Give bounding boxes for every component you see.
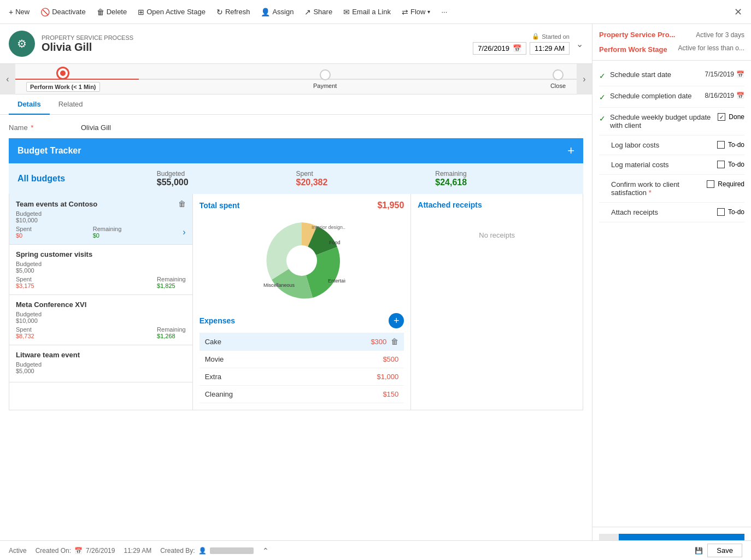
flow-button[interactable]: ⇄ Flow ▾	[397, 5, 435, 19]
status-chevron-up-button[interactable]: ⌃	[262, 546, 269, 555]
right-stage-title[interactable]: Perform Work Stage	[599, 45, 667, 54]
budget-list-item-2[interactable]: Meta Conference XVI Budgeted $10,000 Spe…	[9, 295, 192, 345]
checklist-item-4: Log material costs To-do	[599, 155, 744, 175]
tab-details[interactable]: Details	[9, 95, 50, 115]
record-name: Olivia Gill	[42, 41, 466, 54]
checklist-item-6: Attach receipts To-do	[599, 203, 744, 222]
checklist: ✓ Schedule start date 7/15/2019 📅 ✓ Sche…	[592, 61, 751, 227]
check-icon-0: ✓	[599, 72, 606, 80]
stage-item-1[interactable]: Payment	[313, 69, 337, 89]
close-button[interactable]: ✕	[730, 4, 747, 20]
summary-budgeted: Budgeted $55,000	[157, 170, 296, 187]
created-by-blur	[210, 547, 254, 554]
budget-add-button[interactable]: +	[567, 145, 574, 157]
checklist-item-3: Log labor costs To-do	[599, 135, 744, 155]
budget-detail: Total spent $1,950	[193, 194, 411, 410]
right-panel-title[interactable]: Property Service Pro...	[599, 31, 675, 39]
svg-text:Food: Food	[329, 240, 341, 245]
stage-prev-button[interactable]: ‹	[0, 64, 15, 95]
stage-circle-1	[320, 69, 331, 80]
checklist-status-5: Required	[707, 180, 744, 188]
name-field-row: Name * Olivia Gill	[9, 123, 583, 132]
status-created-on-time: 11:29 AM	[124, 547, 151, 555]
calendar-icon-status: 📅	[74, 547, 83, 555]
expense-row-0[interactable]: Cake $300 🗑	[200, 333, 404, 351]
receipts-label: Attached receipts	[418, 201, 576, 209]
started-date-field[interactable]: 7/26/2019 📅	[473, 42, 526, 55]
checklist-item-1: ✓ Schedule completion date 8/16/2019 📅	[599, 86, 744, 108]
delete-button[interactable]: 🗑 Delete	[92, 5, 132, 19]
checklist-date-1[interactable]: 8/16/2019 📅	[705, 92, 744, 99]
checklist-status-6: To-do	[717, 208, 744, 216]
assign-button[interactable]: 👤 Assign	[256, 5, 298, 19]
receipts-panel: Attached receipts No receipts	[410, 194, 583, 410]
started-time-field[interactable]: 11:29 AM	[530, 42, 570, 55]
stage-label-2: Close	[550, 82, 566, 89]
check-icon-1: ✓	[599, 93, 606, 102]
checklist-item-0: ✓ Schedule start date 7/15/2019 📅	[599, 65, 744, 86]
summary-spent: Spent $20,382	[296, 170, 436, 187]
name-required: *	[31, 123, 33, 132]
budget-item-budgeted-0: Budgeted $10,000	[16, 210, 186, 223]
checkbox-5[interactable]	[707, 180, 714, 188]
required-star-5: *	[649, 188, 652, 197]
checkbox-6[interactable]	[717, 208, 725, 216]
checklist-status-3: To-do	[717, 141, 744, 149]
expense-delete-0[interactable]: 🗑	[391, 337, 398, 346]
tab-related[interactable]: Related	[50, 95, 92, 115]
save-button[interactable]: Save	[707, 544, 742, 557]
refresh-button[interactable]: ↻ Refresh	[212, 5, 255, 19]
calendar-icon: 📅	[513, 44, 521, 52]
checklist-item-2: ✓ Schedule weekly budget update with cli…	[599, 108, 744, 135]
all-budgets-label: All budgets	[17, 174, 157, 184]
checklist-item-5: Confirm work to client satisfaction * Re…	[599, 175, 744, 203]
deactivate-button[interactable]: 🚫 Deactivate	[36, 5, 90, 19]
stage-item-0[interactable]: Perform Work (< 1 Min)	[26, 67, 100, 92]
budget-item-remaining-2: Remaining $1,268	[157, 326, 186, 339]
checklist-date-0[interactable]: 7/15/2019 📅	[705, 70, 744, 78]
stage-bar: ‹ Perform Work (< 1 Min) Payment	[0, 64, 592, 95]
checkbox-2[interactable]: ✓	[718, 113, 725, 121]
right-panel: Property Service Pro... Active for 3 day…	[592, 24, 751, 560]
budget-list-item-3[interactable]: Litware team event Budgeted $5,000	[9, 345, 192, 382]
checkbox-4[interactable]	[717, 161, 725, 168]
budget-summary: All budgets Budgeted $55,000 Spent $20,3…	[9, 163, 583, 194]
open-active-stage-button[interactable]: ⊞ Open Active Stage	[133, 5, 210, 19]
share-button[interactable]: ↗ Share	[300, 5, 337, 19]
expense-row-1[interactable]: Movie $500	[200, 351, 404, 368]
stage-label-1: Payment	[313, 82, 337, 89]
budget-item-delete-0[interactable]: 🗑	[178, 199, 186, 208]
tabs: Details Related	[0, 95, 592, 115]
form-area: Name * Olivia Gill Budget Tracker + All …	[0, 115, 592, 419]
svg-point-0	[286, 245, 317, 276]
budget-header: Budget Tracker +	[9, 138, 583, 163]
more-button[interactable]: ···	[437, 5, 451, 18]
expense-add-button[interactable]: +	[389, 313, 404, 328]
new-button[interactable]: + New	[4, 5, 34, 19]
record-info: PROPERTY SERVICE PROCESS Olivia Gill	[42, 34, 466, 54]
process-label: PROPERTY SERVICE PROCESS	[42, 34, 466, 41]
stages-wrapper: Perform Work (< 1 Min) Payment Close	[15, 64, 577, 95]
flow-icon: ⇄	[402, 8, 408, 16]
stage-item-2[interactable]: Close	[550, 69, 566, 89]
checkbox-3[interactable]	[717, 141, 725, 149]
summary-remaining: Remaining $24,618	[435, 170, 574, 187]
left-panel: ⚙ PROPERTY SERVICE PROCESS Olivia Gill 🔒…	[0, 24, 592, 560]
email-icon: ✉	[343, 8, 350, 16]
stage-circle-0	[56, 67, 69, 80]
stage-circle-2	[553, 69, 564, 80]
main-layout: ⚙ PROPERTY SERVICE PROCESS Olivia Gill 🔒…	[0, 24, 751, 560]
budget-item-nav-0[interactable]: ›	[183, 227, 185, 237]
header-chevron-icon[interactable]: ⌄	[576, 39, 583, 49]
stages-container: Perform Work (< 1 Min) Payment Close	[15, 64, 577, 95]
save-area: 💾 Save	[695, 544, 742, 557]
expense-row-2[interactable]: Extra $1,000	[200, 368, 404, 386]
budget-list-item-0[interactable]: Team events at Contoso 🗑 Budgeted $10,00…	[9, 194, 192, 245]
email-link-button[interactable]: ✉ Email a Link	[339, 5, 395, 19]
status-bar: Active Created On: 📅 7/26/2019 11:29 AM …	[0, 540, 751, 560]
budget-list-item-1[interactable]: Spring customer visits Budgeted $5,000 S…	[9, 245, 192, 295]
total-spent-header: Total spent $1,950	[200, 201, 404, 210]
stage-next-button[interactable]: ›	[577, 64, 592, 95]
expense-row-3[interactable]: Cleaning $150	[200, 386, 404, 403]
budget-item-remaining-0: Remaining $0	[93, 226, 122, 239]
